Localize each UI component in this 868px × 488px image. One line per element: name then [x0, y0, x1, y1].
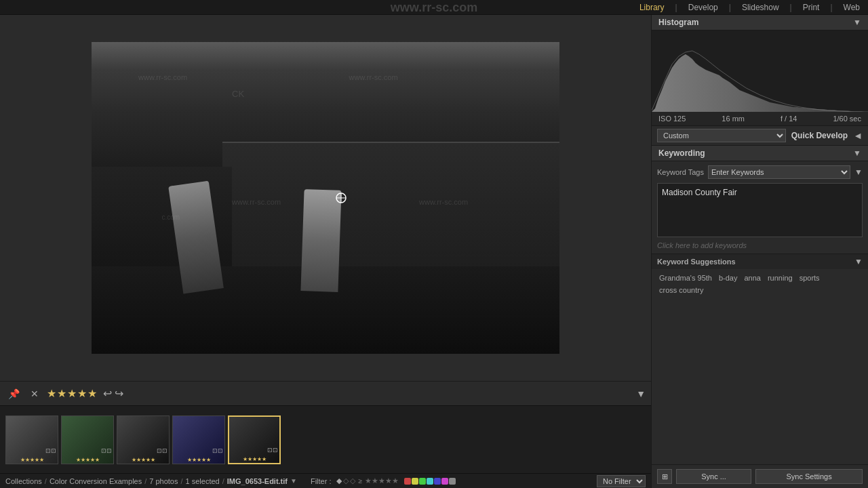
breadcrumb-color-conversion[interactable]: Color Conversion Examples: [50, 477, 142, 485]
pin-icon[interactable]: 📌: [5, 387, 22, 401]
kw-suggestion-sports[interactable]: sports: [797, 273, 822, 283]
filter-icons: ◆ ◇ ◇ ≥ ★★★★★: [336, 476, 399, 485]
thumb-badge-icon: ⊡⊡: [157, 447, 167, 454]
thumb-badge-icon: ⊡⊡: [212, 447, 223, 454]
thumb-stars: ★★★★★: [187, 457, 211, 463]
nav-item-slideshow[interactable]: Slideshow: [742, 3, 779, 12]
thumb-stars: ★★★★★: [20, 457, 44, 463]
keyword-suggestions-label: Keyword Suggestions: [657, 258, 736, 266]
bottom-panel-buttons: ⊞ Sync ... Sync Settings: [652, 464, 868, 488]
watermark-header: www.rr-sc.com: [391, 0, 477, 15]
histogram-toggle-icon[interactable]: ▼: [853, 18, 861, 27]
thumb-badge-icon: ⊡⊡: [101, 447, 112, 454]
color-dot-green[interactable]: [419, 478, 426, 485]
forward-arrow[interactable]: ↪: [115, 387, 123, 400]
star-rating-display: ★★★★★: [47, 387, 98, 400]
histogram-meta: ISO 125 16 mm f / 14 1/60 sec: [652, 112, 868, 126]
expand-icon[interactable]: ▼: [636, 388, 646, 399]
keywording-header[interactable]: Keywording ▼: [652, 146, 868, 161]
nav-item-web[interactable]: Web: [844, 3, 860, 12]
no-filter-select[interactable]: No Filter: [597, 475, 646, 487]
photo-area: www.rr-sc.com www.rr-sc.com www.rr-sc.co…: [0, 15, 651, 488]
histogram-header[interactable]: Histogram ▼: [652, 15, 868, 30]
breadcrumb-selected-count: 1 selected: [186, 477, 220, 485]
thumb-stars: ★★★★★: [243, 456, 267, 462]
filmstrip: ⊡⊡ ★★★★★ ⊡⊡ ★★★★★ ⊡⊡ ★★★★★ ⊡⊡ ★★★★★: [0, 405, 651, 473]
film-thumb[interactable]: ⊡⊡ ★★★★★: [172, 415, 225, 464]
color-dot-yellow[interactable]: [412, 478, 418, 485]
keyword-suggestions-toggle-icon[interactable]: ▼: [854, 257, 863, 266]
film-thumb[interactable]: ⊡⊡ ★★★★★: [5, 415, 58, 464]
kw-suggestion-anna[interactable]: anna: [742, 273, 762, 283]
main-photo: www.rr-sc.com www.rr-sc.com www.rr-sc.co…: [92, 42, 559, 354]
film-thumb[interactable]: ⊡⊡ ★★★★★: [117, 415, 170, 464]
thumb-badge-icon: ⊡⊡: [45, 447, 56, 454]
nav-item-print[interactable]: Print: [803, 3, 820, 12]
keyword-suggestions-grid: Grandma's 95th b-day anna running sports…: [652, 269, 868, 299]
quick-develop-toggle-icon[interactable]: ◄: [853, 130, 863, 141]
close-button[interactable]: ✕: [28, 387, 41, 401]
main-layout: www.rr-sc.com www.rr-sc.com www.rr-sc.co…: [0, 15, 868, 488]
keyword-tags-row: Keyword Tags Enter Keywords ▼: [652, 161, 868, 183]
breadcrumb-collections[interactable]: Collections: [5, 477, 42, 485]
filter-stars[interactable]: ★★★★★: [365, 476, 399, 485]
toolbar-right: ▼: [636, 388, 646, 399]
color-filter-dots: [404, 478, 456, 485]
focal-length: 16 mm: [722, 115, 745, 123]
film-thumb-selected[interactable]: ⊡⊡ ★★★★★: [228, 415, 281, 464]
top-nav-bar: www.rr-sc.com Library | Develop | Slides…: [0, 0, 868, 15]
color-dot-cyan[interactable]: [427, 478, 433, 485]
nav-item-develop[interactable]: Develop: [688, 3, 718, 12]
kw-suggestion-bday[interactable]: b-day: [717, 273, 740, 283]
keyword-tags-select[interactable]: Enter Keywords: [708, 165, 850, 179]
quick-develop-section: Custom Quick Develop ◄: [652, 126, 868, 146]
keywording-section: Keywording ▼ Keyword Tags Enter Keywords…: [652, 146, 868, 464]
shutter-speed: 1/60 sec: [833, 115, 861, 123]
add-keywords-hint[interactable]: Click here to add keywords: [657, 241, 863, 249]
nav-arrows: ↩ ↪: [103, 387, 123, 400]
color-dot-blue[interactable]: [434, 478, 441, 485]
iso-value: ISO 125: [658, 115, 686, 123]
sync-button[interactable]: Sync ...: [676, 469, 751, 484]
quick-develop-preset-select[interactable]: Custom: [657, 129, 786, 142]
histogram-section: Histogram ▼: [652, 15, 868, 126]
kw-suggestion-crosscountry[interactable]: cross country: [657, 285, 705, 295]
right-panel: Histogram ▼: [651, 15, 868, 488]
histogram-svg: [652, 30, 868, 112]
aperture-value: f / 14: [781, 115, 797, 123]
thumb-badge-icon: ⊡⊡: [267, 447, 278, 453]
histogram-canvas: [652, 30, 868, 112]
photo-viewport[interactable]: www.rr-sc.com www.rr-sc.com www.rr-sc.co…: [0, 15, 651, 381]
keyword-tags-dropdown-icon[interactable]: ▼: [854, 167, 863, 177]
photo-pump-right: [300, 189, 341, 292]
filter-label: Filter :: [311, 477, 332, 485]
color-dot-purple[interactable]: [441, 478, 448, 485]
color-dot-gray[interactable]: [449, 478, 456, 485]
quick-develop-title: Quick Develop: [791, 131, 848, 140]
filter-flag-reject[interactable]: ◇: [350, 476, 355, 485]
film-thumb[interactable]: ⊡⊡ ★★★★★: [61, 415, 114, 464]
filter-flag-filled[interactable]: ◆: [336, 476, 342, 485]
filename-dropdown[interactable]: ▼: [290, 477, 297, 485]
breadcrumb-filename: IMG_0653-Edit.tif: [227, 477, 288, 485]
filter-rating-gte[interactable]: ≥: [358, 477, 362, 485]
status-bar: Collections / Color Conversion Examples …: [0, 473, 651, 488]
keyword-suggestions-header[interactable]: Keyword Suggestions ▼: [652, 253, 868, 269]
thumb-stars: ★★★★★: [76, 457, 100, 463]
keyword-text-area[interactable]: Madison County Fair: [657, 183, 863, 237]
breadcrumb: Collections / Color Conversion Examples …: [5, 477, 297, 485]
keyword-tags-label: Keyword Tags: [657, 168, 704, 176]
back-arrow[interactable]: ↩: [103, 387, 112, 400]
sync-settings-button[interactable]: Sync Settings: [755, 469, 863, 484]
keywording-toggle-icon[interactable]: ▼: [853, 148, 861, 158]
kw-suggestion-grandma[interactable]: Grandma's 95th: [657, 273, 714, 283]
panel-grid-icon[interactable]: ⊞: [657, 469, 672, 484]
breadcrumb-photo-count: 7 photos: [149, 477, 178, 485]
color-dot-red[interactable]: [404, 478, 411, 485]
bottom-toolbar: 📌 ✕ ★★★★★ ↩ ↪ ▼: [0, 381, 651, 405]
kw-suggestion-running[interactable]: running: [766, 273, 795, 283]
keywording-title: Keywording: [658, 148, 705, 158]
filter-flag-outline[interactable]: ◇: [343, 476, 349, 485]
quick-develop-header: Custom Quick Develop ◄: [652, 126, 868, 145]
nav-item-library[interactable]: Library: [639, 3, 665, 12]
